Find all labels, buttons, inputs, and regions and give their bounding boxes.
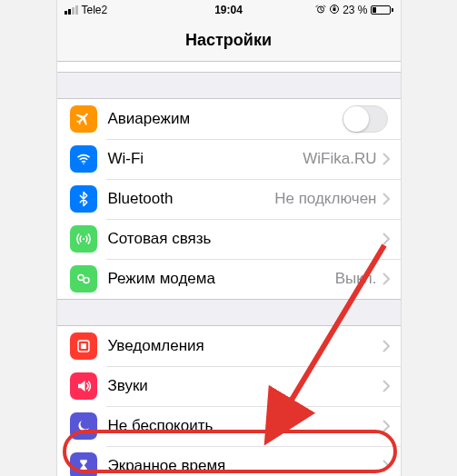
status-left: Tele2 (65, 4, 174, 16)
chevron-icon (382, 193, 390, 205)
status-bar: Tele2 19:04 23 % (57, 0, 401, 20)
row-sounds[interactable]: Звуки (57, 366, 401, 406)
row-cellular[interactable]: Сотовая связь (57, 219, 401, 259)
hotspot-label: Режим модема (108, 270, 335, 288)
chevron-icon (382, 420, 390, 432)
battery-pct-label: 23 % (343, 4, 367, 16)
page-title: Настройки (57, 20, 401, 62)
chevron-icon (382, 380, 390, 392)
row-hotspot[interactable]: Режим модема Выкл. (57, 259, 401, 299)
signal-icon (65, 5, 78, 15)
section-gap (57, 73, 401, 98)
row-notifications[interactable]: Уведомления (57, 326, 401, 366)
orientation-lock-icon (329, 4, 340, 17)
row-airplane-mode[interactable]: Авиарежим (57, 99, 401, 139)
screentime-label: Экранное время (108, 457, 382, 475)
cellular-label: Сотовая связь (108, 230, 382, 248)
carrier-label: Tele2 (82, 4, 108, 16)
cellular-icon (70, 225, 97, 253)
row-wifi[interactable]: Wi-Fi WiFika.RU (57, 139, 401, 179)
chevron-icon (382, 340, 390, 352)
svg-point-4 (82, 238, 84, 240)
status-right: 23 % (283, 4, 393, 17)
svg-point-5 (78, 275, 84, 281)
chevron-icon (382, 153, 390, 165)
clock-label: 19:04 (174, 4, 283, 16)
row-do-not-disturb[interactable]: Не беспокоить (57, 406, 401, 446)
wifi-value: WiFika.RU (303, 150, 376, 168)
chevron-icon (382, 273, 390, 285)
group-notifications: Уведомления Звуки Не беспокоить Экранное… (57, 325, 401, 476)
bluetooth-value: Не подключен (274, 190, 376, 208)
section-gap (57, 300, 401, 325)
chevron-icon (382, 233, 390, 245)
previous-group-stub (57, 62, 401, 73)
airplane-label: Авиарежим (108, 110, 343, 128)
hotspot-icon (70, 265, 97, 293)
bluetooth-label: Bluetooth (108, 190, 275, 208)
hourglass-icon (70, 452, 97, 476)
notifications-label: Уведомления (108, 337, 382, 355)
airplane-icon (70, 105, 97, 133)
svg-point-6 (84, 278, 89, 283)
svg-rect-8 (81, 343, 86, 349)
moon-icon (70, 412, 97, 440)
airplane-toggle[interactable] (343, 105, 388, 133)
bluetooth-icon (70, 185, 97, 213)
row-bluetooth[interactable]: Bluetooth Не подключен (57, 179, 401, 219)
sounds-icon (70, 372, 97, 400)
svg-rect-2 (333, 8, 336, 11)
chevron-icon (382, 460, 390, 472)
notifications-icon (70, 332, 97, 360)
svg-point-3 (83, 164, 84, 165)
sounds-label: Звуки (108, 377, 382, 395)
group-network: Авиарежим Wi-Fi WiFika.RU Bluetooth Не п… (57, 98, 401, 300)
wifi-icon (70, 145, 97, 173)
dnd-label: Не беспокоить (108, 417, 382, 435)
wifi-label: Wi-Fi (108, 150, 303, 168)
hotspot-value: Выкл. (335, 270, 377, 288)
settings-screen: Tele2 19:04 23 % Настройки Авиарежим (56, 0, 402, 476)
row-screen-time[interactable]: Экранное время (57, 446, 401, 476)
alarm-icon (315, 4, 326, 17)
battery-icon (371, 5, 393, 15)
